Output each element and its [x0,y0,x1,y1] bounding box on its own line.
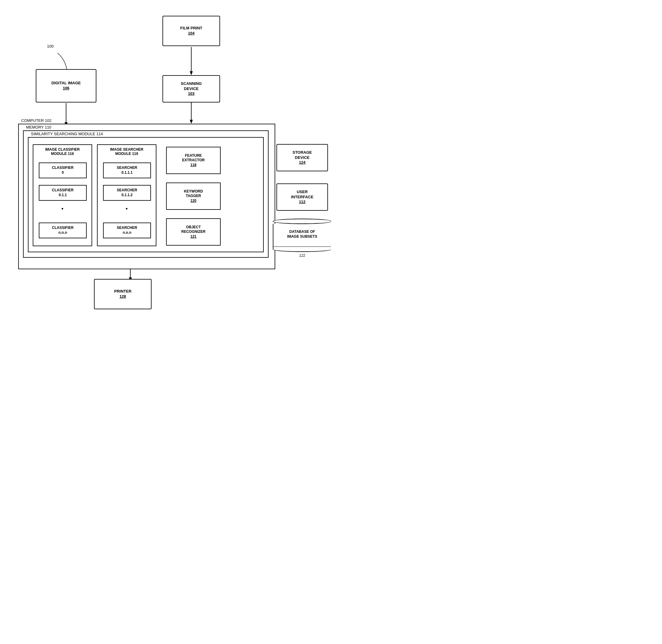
film-print-ref: 104 [188,31,195,36]
searcher-0111-box: SEARCHER 0.1.1.1 [103,162,151,178]
similarity-module-box: SIMILARITY SEARCHING MODULE 114 IMAGE CL… [28,137,264,252]
storage-device-box: STORAGEDEVICE 124 [277,144,328,171]
printer-box: PRINTER 128 [94,279,151,309]
computer-label: COMPUTER 102 [21,118,51,123]
searcher-0112-box: SEARCHER 0.1.1.2 [103,185,151,201]
user-interface-label: USERINTERFACE [291,189,313,200]
database-ref: 122 [299,253,305,258]
storage-device-label: STORAGEDEVICE [292,150,312,160]
classifier-nnn-box: CLASSIFIER n.n.n [39,223,87,238]
image-searcher-module-label: IMAGE SEARCHERMODULE 119 [98,147,156,156]
memory-label: MEMORY 110 [26,125,51,130]
film-print-label: FILM PRINT [180,26,203,31]
film-print-box: FILM PRINT 104 [163,16,220,46]
storage-device-ref: 124 [299,160,306,165]
image-classifier-module-box: IMAGE CLASSIFIERMODULE 116 CLASSIFIER 0 … [33,144,92,246]
scanning-device-ref: 103 [188,91,195,96]
cylinder-bottom [273,247,331,252]
cylinder-top [273,218,331,224]
user-interface-ref: 112 [299,200,306,205]
diagram: 100 FILM PRINT 104 SCANNINGDEVICE 103 DI… [0,0,331,322]
similarity-module-label: SIMILARITY SEARCHING MODULE 114 [31,132,103,136]
printer-ref: 128 [119,294,126,299]
user-interface-box: USERINTERFACE 112 [277,183,328,211]
database-cylinder: DATABASE OFIMAGE SUBSETS 122 [273,218,331,258]
svg-marker-1 [190,71,193,75]
digital-image-ref: 106 [63,86,69,91]
printer-label: PRINTER [114,289,131,294]
image-classifier-module-label: IMAGE CLASSIFIERMODULE 116 [33,147,92,156]
image-searcher-module-box: IMAGE SEARCHERMODULE 119 SEARCHER 0.1.1.… [97,144,157,246]
classifier-0-box: CLASSIFIER 0 [39,162,87,178]
computer-box: COMPUTER 102 MEMORY 110 SIMILARITY SEARC… [18,124,275,269]
svg-marker-3 [190,120,193,124]
database-label: DATABASE OFIMAGE SUBSETS [287,230,317,239]
scanning-device-box: SCANNINGDEVICE 103 [163,75,220,102]
memory-box: MEMORY 110 SIMILARITY SEARCHING MODULE 1… [23,130,268,258]
label-100: 100 [47,44,54,48]
feature-extractor-box: FEATUREEXTRACTOR 118 [166,147,221,174]
searcher-nnn-box: SEARCHER n.n.n [103,223,151,238]
classifier-dots: • [33,206,92,212]
object-recognizer-box: OBJECTRECOGNIZER 121 [166,218,221,246]
classifier-011-box: CLASSIFIER 0.1.1 [39,185,87,201]
cylinder-body: DATABASE OFIMAGE SUBSETS [273,224,331,247]
scanning-device-label: SCANNINGDEVICE [181,81,202,92]
digital-image-box: DIGITAL IMAGE 106 [36,69,96,102]
digital-image-label: DIGITAL IMAGE [51,80,80,86]
searcher-dots: • [98,206,156,212]
keyword-tagger-box: KEYWORDTAGGER 120 [166,183,221,210]
